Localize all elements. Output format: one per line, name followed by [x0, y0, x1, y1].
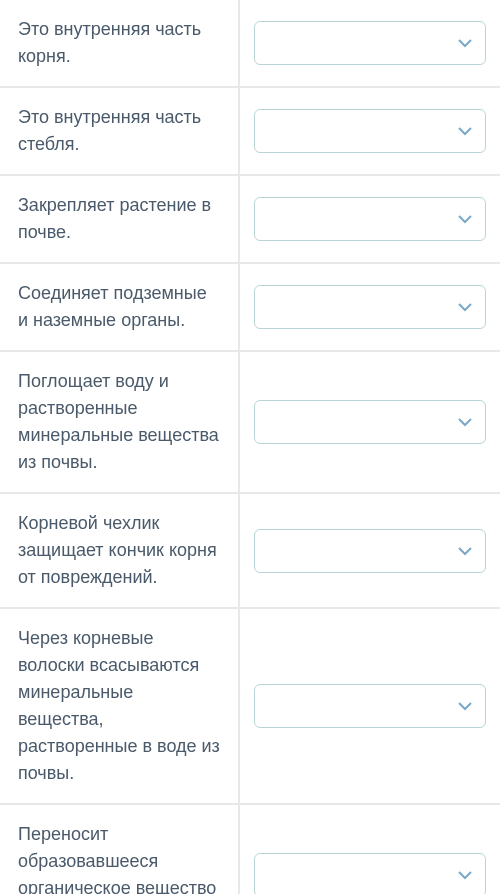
- answer-dropdown[interactable]: [254, 285, 486, 329]
- prompt-text: Это внутренняя часть корня.: [18, 19, 201, 66]
- prompt-cell: Корневой чехлик защищает кончик корня от…: [0, 494, 240, 607]
- chevron-down-icon: [457, 867, 473, 883]
- chevron-down-icon: [457, 414, 473, 430]
- matching-table: Это внутренняя часть корня. Это внутренн…: [0, 0, 500, 894]
- answer-dropdown[interactable]: [254, 21, 486, 65]
- quiz-container: Это внутренняя часть корня. Это внутренн…: [0, 0, 500, 894]
- prompt-cell: Поглощает воду и растворенные минеральны…: [0, 352, 240, 492]
- table-row: Через корневые волоски всасываются минер…: [0, 609, 500, 805]
- chevron-down-icon: [457, 543, 473, 559]
- table-row: Переносит образовавшееся органическое ве…: [0, 805, 500, 894]
- chevron-down-icon: [457, 698, 473, 714]
- prompt-text: Корневой чехлик защищает кончик корня от…: [18, 513, 217, 587]
- answer-dropdown[interactable]: [254, 853, 486, 894]
- prompt-cell: Это внутренняя часть стебля.: [0, 88, 240, 174]
- chevron-down-icon: [457, 299, 473, 315]
- prompt-cell: Переносит образовавшееся органическое ве…: [0, 805, 240, 894]
- prompt-text: Закрепляет растение в почве.: [18, 195, 211, 242]
- answer-cell: [240, 0, 500, 86]
- chevron-down-icon: [457, 211, 473, 227]
- prompt-text: Через корневые волоски всасываются минер…: [18, 628, 220, 783]
- prompt-cell: Соединяет подземные и наземные органы.: [0, 264, 240, 350]
- answer-cell: [240, 352, 500, 492]
- prompt-text: Соединяет подземные и наземные органы.: [18, 283, 207, 330]
- answer-cell: [240, 609, 500, 803]
- prompt-cell: Через корневые волоски всасываются минер…: [0, 609, 240, 803]
- answer-dropdown[interactable]: [254, 400, 486, 444]
- answer-cell: [240, 88, 500, 174]
- answer-dropdown[interactable]: [254, 197, 486, 241]
- answer-cell: [240, 494, 500, 607]
- table-row: Закрепляет растение в почве.: [0, 176, 500, 264]
- chevron-down-icon: [457, 123, 473, 139]
- answer-cell: [240, 264, 500, 350]
- prompt-text: Это внутренняя часть стебля.: [18, 107, 201, 154]
- answer-dropdown[interactable]: [254, 109, 486, 153]
- answer-dropdown[interactable]: [254, 529, 486, 573]
- table-row: Это внутренняя часть корня.: [0, 0, 500, 88]
- prompt-text: Переносит образовавшееся органическое ве…: [18, 824, 216, 894]
- prompt-text: Поглощает воду и растворенные минеральны…: [18, 371, 219, 472]
- answer-cell: [240, 805, 500, 894]
- table-row: Соединяет подземные и наземные органы.: [0, 264, 500, 352]
- prompt-cell: Закрепляет растение в почве.: [0, 176, 240, 262]
- table-row: Это внутренняя часть стебля.: [0, 88, 500, 176]
- table-row: Корневой чехлик защищает кончик корня от…: [0, 494, 500, 609]
- answer-cell: [240, 176, 500, 262]
- table-row: Поглощает воду и растворенные минеральны…: [0, 352, 500, 494]
- answer-dropdown[interactable]: [254, 684, 486, 728]
- chevron-down-icon: [457, 35, 473, 51]
- prompt-cell: Это внутренняя часть корня.: [0, 0, 240, 86]
